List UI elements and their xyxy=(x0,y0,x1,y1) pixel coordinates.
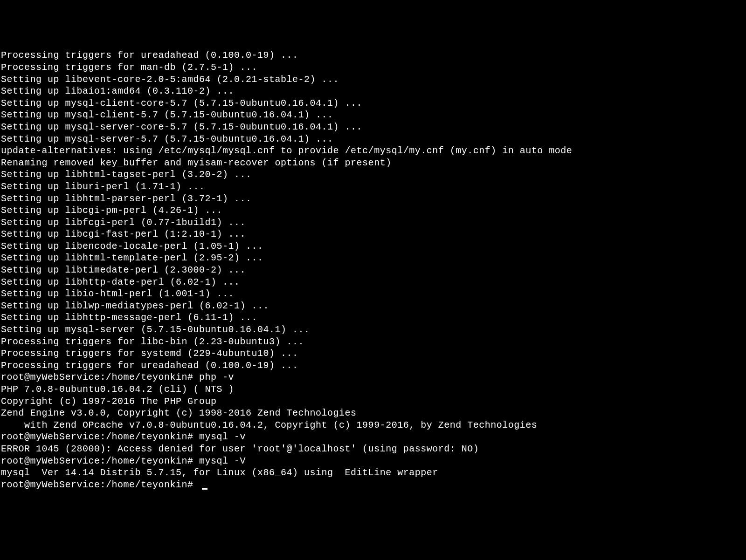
terminal-line: Setting up liblwp-mediatypes-perl (6.02-… xyxy=(1,300,745,312)
terminal-line: root@myWebService:/home/teyonkin# mysql … xyxy=(1,431,745,443)
terminal-line: root@myWebService:/home/teyonkin# php -v xyxy=(1,371,745,383)
terminal-line: Setting up libencode-locale-perl (1.05-1… xyxy=(1,240,745,253)
terminal-line: Processing triggers for systemd (229-4ub… xyxy=(1,348,745,360)
terminal-line: Setting up libfcgi-perl (0.77-1build1) .… xyxy=(1,217,745,229)
terminal-line: Setting up mysql-server (5.7.15-0ubuntu0… xyxy=(1,324,745,336)
terminal-line: Setting up libhttp-message-perl (6.11-1)… xyxy=(1,312,745,324)
terminal-line: Setting up mysql-server-5.7 (5.7.15-0ubu… xyxy=(1,133,745,145)
terminal-line: ERROR 1045 (28000): Access denied for us… xyxy=(1,443,745,455)
terminal-line: Setting up libhtml-parser-perl (3.72-1) … xyxy=(1,193,745,205)
cursor xyxy=(202,488,207,490)
terminal-line: Processing triggers for man-db (2.7.5-1)… xyxy=(1,61,745,74)
terminal-line: Zend Engine v3.0.0, Copyright (c) 1998-2… xyxy=(1,407,745,419)
terminal-line: Setting up libhttp-date-perl (6.02-1) ..… xyxy=(1,276,745,288)
terminal-line: Processing triggers for libc-bin (2.23-0… xyxy=(1,336,745,348)
terminal-line: Setting up libevent-core-2.0-5:amd64 (2.… xyxy=(1,74,745,86)
terminal-line: PHP 7.0.8-0ubuntu0.16.04.2 (cli) ( NTS ) xyxy=(1,383,745,396)
terminal-line: Setting up mysql-client-core-5.7 (5.7.15… xyxy=(1,97,745,109)
terminal-line: Setting up mysql-client-5.7 (5.7.15-0ubu… xyxy=(1,109,745,121)
terminal-line: Setting up mysql-server-core-5.7 (5.7.15… xyxy=(1,121,745,133)
terminal-output[interactable]: Processing triggers for ureadahead (0.10… xyxy=(1,49,745,491)
terminal-line: Processing triggers for ureadahead (0.10… xyxy=(1,360,745,372)
terminal-line: Setting up libhtml-template-perl (2.95-2… xyxy=(1,252,745,264)
terminal-line: Setting up libio-html-perl (1.001-1) ... xyxy=(1,288,745,300)
terminal-line: Setting up libcgi-fast-perl (1:2.10-1) .… xyxy=(1,228,745,240)
terminal-line: Setting up libhtml-tagset-perl (3.20-2) … xyxy=(1,169,745,181)
terminal-line: Renaming removed key_buffer and myisam-r… xyxy=(1,157,745,169)
terminal-line: Setting up libaio1:amd64 (0.3.110-2) ... xyxy=(1,85,745,97)
terminal-line: with Zend OPcache v7.0.8-0ubuntu0.16.04.… xyxy=(1,419,745,431)
terminal-line: Copyright (c) 1997-2016 The PHP Group xyxy=(1,396,745,408)
terminal-line: mysql Ver 14.14 Distrib 5.7.15, for Linu… xyxy=(1,467,745,479)
terminal-line: Setting up libtimedate-perl (2.3000-2) .… xyxy=(1,264,745,276)
terminal-line: Setting up liburi-perl (1.71-1) ... xyxy=(1,181,745,193)
terminal-line: Setting up libcgi-pm-perl (4.26-1) ... xyxy=(1,205,745,217)
terminal-line: root@myWebService:/home/teyonkin# xyxy=(1,479,745,491)
terminal-line: root@myWebService:/home/teyonkin# mysql … xyxy=(1,455,745,467)
terminal-line: Processing triggers for ureadahead (0.10… xyxy=(1,49,745,61)
terminal-line: update-alternatives: using /etc/mysql/my… xyxy=(1,145,745,157)
